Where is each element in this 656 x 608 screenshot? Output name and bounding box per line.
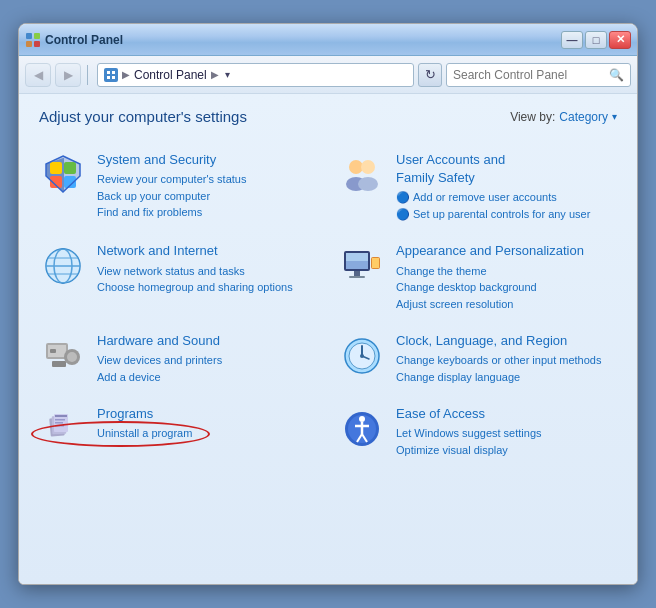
display-language-link[interactable]: Change display language <box>396 369 617 386</box>
clock-title[interactable]: Clock, Language, and Region <box>396 332 617 350</box>
clock-text: Clock, Language, and Region Change keybo… <box>396 332 617 385</box>
keyboard-methods-link[interactable]: Change keyboards or other input methods <box>396 352 617 369</box>
svg-point-24 <box>46 249 80 283</box>
bullet-icon: 🔵 <box>396 189 410 206</box>
svg-rect-48 <box>55 422 63 424</box>
separator <box>87 65 91 85</box>
ease-of-access-title[interactable]: Ease of Access <box>396 405 617 423</box>
view-by: View by: Category ▾ <box>510 110 617 124</box>
forward-button[interactable]: ▶ <box>55 63 81 87</box>
hardware-title[interactable]: Hardware and Sound <box>97 332 318 350</box>
category-hardware: Hardware and Sound View devices and prin… <box>39 326 318 391</box>
find-fix-link[interactable]: Find and fix problems <box>97 204 318 221</box>
svg-point-36 <box>67 352 77 362</box>
programs-text: Programs Uninstall a program <box>97 405 318 442</box>
search-icon: 🔍 <box>609 68 624 82</box>
search-box[interactable]: 🔍 <box>446 63 631 87</box>
svg-rect-3 <box>34 41 40 47</box>
homegroup-link[interactable]: Choose homegroup and sharing options <box>97 279 318 296</box>
system-security-icon <box>39 151 87 199</box>
svg-rect-6 <box>107 76 110 79</box>
svg-rect-37 <box>52 361 66 367</box>
category-network: Network and Internet View network status… <box>39 236 318 318</box>
toolbar: ◀ ▶ ▶ Control Panel ▶ ▾ ↻ 🔍 <box>19 56 637 94</box>
clock-icon <box>338 332 386 380</box>
network-links: View network status and tasks Choose hom… <box>97 263 318 296</box>
review-status-link[interactable]: Review your computer's status <box>97 171 318 188</box>
page-title: Adjust your computer's settings <box>39 108 247 125</box>
svg-rect-10 <box>50 162 62 174</box>
ease-of-access-text: Ease of Access Let Windows suggest setti… <box>396 405 617 458</box>
window-icon <box>25 32 41 48</box>
back-button[interactable]: ◀ <box>25 63 51 87</box>
hardware-icon <box>39 332 87 380</box>
viewby-dropdown-icon[interactable]: ▾ <box>612 111 617 122</box>
category-user-accounts: User Accounts andFamily Safety 🔵 Add or … <box>338 145 617 228</box>
svg-rect-5 <box>112 71 115 74</box>
hardware-text: Hardware and Sound View devices and prin… <box>97 332 318 385</box>
windows-suggest-link[interactable]: Let Windows suggest settings <box>396 425 617 442</box>
close-button[interactable]: ✕ <box>609 31 631 49</box>
appearance-icon <box>338 242 386 290</box>
svg-rect-29 <box>349 276 365 278</box>
minimize-button[interactable]: — <box>561 31 583 49</box>
refresh-button[interactable]: ↻ <box>418 63 442 87</box>
network-status-link[interactable]: View network status and tasks <box>97 263 318 280</box>
user-accounts-icon <box>338 151 386 199</box>
hardware-links: View devices and printers Add a device <box>97 352 318 385</box>
svg-rect-27 <box>346 253 368 261</box>
svg-point-42 <box>360 354 364 358</box>
backup-link[interactable]: Back up your computer <box>97 188 318 205</box>
window-title: Control Panel <box>45 33 123 47</box>
parental-controls-link[interactable]: 🔵 Set up parental controls for any user <box>396 206 617 223</box>
devices-printers-link[interactable]: View devices and printers <box>97 352 318 369</box>
svg-rect-0 <box>26 33 32 39</box>
programs-title[interactable]: Programs <box>97 405 318 423</box>
desktop-bg-link[interactable]: Change desktop background <box>396 279 617 296</box>
network-title[interactable]: Network and Internet <box>97 242 318 260</box>
titlebar: Control Panel — □ ✕ <box>19 24 637 56</box>
breadcrumb-dropdown[interactable]: ▾ <box>225 69 230 80</box>
uninstall-program-link[interactable]: Uninstall a program <box>97 425 318 442</box>
category-system-security: System and Security Review your computer… <box>39 145 318 228</box>
programs-icon <box>39 405 87 453</box>
user-accounts-links: 🔵 Add or remove user accounts 🔵 Set up p… <box>396 189 617 222</box>
category-appearance: Appearance and Personalization Change th… <box>338 236 617 318</box>
svg-rect-28 <box>354 271 360 276</box>
change-theme-link[interactable]: Change the theme <box>396 263 617 280</box>
screen-resolution-link[interactable]: Adjust screen resolution <box>396 296 617 313</box>
svg-point-17 <box>361 160 375 174</box>
add-remove-users-link[interactable]: 🔵 Add or remove user accounts <box>396 189 617 206</box>
svg-rect-11 <box>64 162 76 174</box>
categories-grid: System and Security Review your computer… <box>39 145 617 464</box>
viewby-value[interactable]: Category <box>559 110 608 124</box>
add-device-link[interactable]: Add a device <box>97 369 318 386</box>
optimize-visual-link[interactable]: Optimize visual display <box>396 442 617 459</box>
network-text: Network and Internet View network status… <box>97 242 318 295</box>
clock-links: Change keyboards or other input methods … <box>396 352 617 385</box>
address-bar[interactable]: ▶ Control Panel ▶ ▾ <box>97 63 414 87</box>
svg-rect-49 <box>55 425 64 427</box>
ease-of-access-links: Let Windows suggest settings Optimize vi… <box>396 425 617 458</box>
svg-rect-2 <box>26 41 32 47</box>
svg-rect-7 <box>112 76 115 79</box>
titlebar-buttons: — □ ✕ <box>561 31 631 49</box>
maximize-button[interactable]: □ <box>585 31 607 49</box>
control-panel-window: Control Panel — □ ✕ ◀ ▶ ▶ Control Panel … <box>18 23 638 585</box>
svg-point-15 <box>349 160 363 174</box>
category-programs: Programs Uninstall a program <box>39 399 318 464</box>
appearance-title[interactable]: Appearance and Personalization <box>396 242 617 260</box>
svg-point-18 <box>358 177 378 191</box>
system-security-title[interactable]: System and Security <box>97 151 318 169</box>
bullet-icon2: 🔵 <box>396 206 410 223</box>
system-security-text: System and Security Review your computer… <box>97 151 318 221</box>
svg-rect-34 <box>50 349 56 353</box>
user-accounts-title[interactable]: User Accounts andFamily Safety <box>396 151 617 187</box>
breadcrumb-separator: ▶ <box>122 69 130 80</box>
svg-rect-46 <box>55 415 67 417</box>
search-input[interactable] <box>453 68 605 82</box>
appearance-text: Appearance and Personalization Change th… <box>396 242 617 312</box>
svg-rect-4 <box>107 71 110 74</box>
ease-of-access-icon <box>338 405 386 453</box>
titlebar-left: Control Panel <box>25 32 123 48</box>
